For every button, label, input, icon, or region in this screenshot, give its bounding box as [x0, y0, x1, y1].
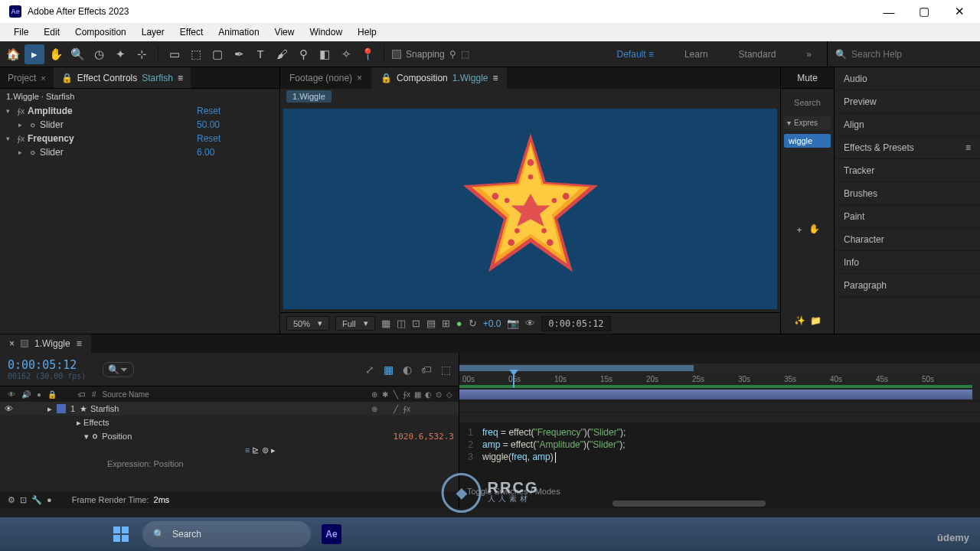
snapping-opt-icon[interactable]: ⚲	[449, 49, 456, 60]
panel-effects-presets[interactable]: Effects & Presets≡	[835, 136, 980, 159]
tab-effect-controls[interactable]: 🔒 Effect Controls Starfish ≡	[54, 67, 191, 88]
workspace-standard[interactable]: Standard	[724, 49, 792, 60]
timeline-current-time[interactable]: 0:00:05:12	[8, 358, 86, 372]
tab-mute[interactable]: Mute	[781, 67, 834, 89]
fx-frequency[interactable]: ▾∱x Frequency Reset	[0, 132, 279, 145]
expression-controls[interactable]: ≡ ⊵ ⊚ ▸	[0, 443, 459, 457]
hand-icon[interactable]: ✋	[808, 223, 820, 236]
draft-3d-icon[interactable]: ⬚	[441, 364, 451, 376]
layer-position[interactable]: ▾ ⭘ Position 1020.6,532.3	[0, 429, 459, 443]
fx-amplitude-slider[interactable]: ▸⭘ Slider 50.00	[0, 118, 279, 132]
panel-info[interactable]: Info	[835, 251, 980, 274]
mask-icon[interactable]: ◫	[397, 318, 406, 329]
wand-icon[interactable]: ✨	[794, 315, 805, 326]
menu-help[interactable]: Help	[350, 24, 384, 40]
shy-icon[interactable]: ⤢	[365, 364, 374, 376]
work-area[interactable]	[459, 365, 694, 371]
menu-composition[interactable]: Composition	[67, 24, 134, 40]
anchor-tool[interactable]: ⊹	[132, 44, 152, 64]
composition-viewer[interactable]	[283, 109, 777, 309]
taskbar-search[interactable]: 🔍 Search	[142, 521, 311, 547]
close-button[interactable]: ✕	[942, 0, 977, 23]
workspace-learn[interactable]: Learn	[669, 49, 724, 60]
motion-blur-icon[interactable]: ◐	[403, 364, 412, 376]
menu-file[interactable]: File	[6, 24, 36, 40]
zoom-tool[interactable]: 🔍	[67, 44, 87, 64]
tab-composition[interactable]: 🔒 Composition 1.Wiggle ≡	[371, 67, 507, 89]
add-icon[interactable]: ＋	[795, 223, 804, 236]
search-help[interactable]: 🔍	[827, 41, 980, 67]
layer-track[interactable]	[459, 388, 980, 402]
taskbar-app-ae[interactable]: Ae	[317, 520, 346, 549]
snapping-bbox-icon[interactable]: ⬚	[461, 49, 469, 60]
roto-tool[interactable]: ✧	[336, 44, 356, 64]
effect-controls-panel: Project× 🔒 Effect Controls Starfish ≡ 1.…	[0, 67, 280, 334]
region-icon[interactable]: ⊡	[412, 318, 420, 329]
layer-starfish[interactable]: 👁 ▸ 1 ★ Starfish ⊕╱∱x	[0, 402, 459, 416]
wiggle-chip[interactable]: wiggle	[784, 134, 831, 148]
panel-paragraph[interactable]: Paragraph	[835, 274, 980, 297]
exposure-value[interactable]: +0.0	[483, 318, 501, 329]
menu-effect[interactable]: Effect	[172, 24, 211, 40]
menu-layer[interactable]: Layer	[134, 24, 172, 40]
puppet-tool[interactable]: 📍	[358, 44, 377, 64]
tab-footage[interactable]: Footage (none)×	[280, 67, 371, 89]
panel-audio[interactable]: Audio	[835, 67, 980, 90]
orbit-tool[interactable]: ◷	[89, 44, 109, 64]
panel-align[interactable]: Align	[835, 113, 980, 136]
comp-breadcrumb[interactable]: 1.Wiggle	[286, 90, 332, 103]
menu-animation[interactable]: Animation	[211, 24, 266, 40]
brush-tool[interactable]: 🖌	[272, 44, 292, 64]
panel-brushes[interactable]: Brushes	[835, 182, 980, 205]
show-snapshot-icon[interactable]: 👁	[525, 318, 535, 329]
hand-tool[interactable]: ✋	[46, 44, 66, 64]
fx-amplitude[interactable]: ▾∱x Amplitude Reset	[0, 104, 279, 118]
timeline-tab[interactable]: ×1.Wiggle≡	[0, 334, 91, 353]
timeline-search-icon[interactable]: 🔍⏷	[103, 362, 134, 377]
zoom-select[interactable]: 50% ▾	[286, 316, 329, 331]
expression-header[interactable]: ▾Expres	[784, 116, 831, 129]
home-tool[interactable]: 🏠	[3, 44, 23, 64]
menu-edit[interactable]: Edit	[36, 24, 67, 40]
playhead[interactable]	[513, 373, 514, 388]
layer-effects[interactable]: ▸ Effects	[0, 416, 459, 429]
stamp-tool[interactable]: ⚲	[293, 44, 313, 64]
start-button[interactable]	[106, 521, 136, 547]
fx-frequency-slider[interactable]: ▸⭘ Slider 6.00	[0, 145, 279, 159]
eraser-tool[interactable]: ◧	[315, 44, 335, 64]
minimize-button[interactable]: —	[871, 0, 906, 23]
menu-view[interactable]: View	[267, 24, 302, 40]
folder-icon[interactable]: 📁	[810, 315, 822, 326]
rotate-tool[interactable]: ✦	[110, 44, 130, 64]
current-time[interactable]: 0:00:05:12	[541, 316, 610, 331]
search-help-input[interactable]	[851, 49, 959, 60]
shape-tool[interactable]: ▢	[207, 44, 227, 64]
timeline-header: 👁🔊●🔒 🏷 # Source Name ⊕✱╲∱x▦◐⊙◇	[0, 386, 459, 402]
type-tool[interactable]: T	[250, 44, 270, 64]
snapping-checkbox[interactable]	[392, 50, 401, 59]
panel-preview[interactable]: Preview	[835, 90, 980, 113]
grid-icon[interactable]: ▤	[426, 318, 436, 329]
channel-icon[interactable]: ●	[456, 318, 462, 329]
pen-tool[interactable]: ✒	[229, 44, 249, 64]
search-label[interactable]: Search	[784, 93, 831, 112]
selection-tool[interactable]: ▸	[24, 44, 44, 64]
frame-blend-icon[interactable]: ▦	[384, 364, 394, 376]
window-title: Adobe After Effects 2023	[28, 6, 129, 17]
reset-exposure-icon[interactable]: ↻	[469, 318, 477, 329]
workspace-more[interactable]: »	[791, 49, 827, 60]
guides-icon[interactable]: ⊞	[442, 318, 450, 329]
panel-character[interactable]: Character	[835, 228, 980, 251]
graph-editor-icon[interactable]: 🏷	[421, 364, 432, 376]
workspace-default[interactable]: Default ≡	[602, 49, 669, 60]
maximize-button[interactable]: ▢	[906, 0, 942, 23]
tab-project[interactable]: Project×	[0, 67, 54, 88]
menu-window[interactable]: Window	[302, 24, 350, 40]
mask-tool[interactable]: ⬚	[186, 44, 206, 64]
panel-tracker[interactable]: Tracker	[835, 159, 980, 182]
resolution-select[interactable]: Full ▾	[335, 316, 375, 331]
rect-tool[interactable]: ▭	[165, 44, 185, 64]
transparency-grid-icon[interactable]: ▦	[381, 318, 390, 329]
panel-paint[interactable]: Paint	[835, 205, 980, 228]
snapshot-icon[interactable]: 📷	[507, 318, 519, 329]
